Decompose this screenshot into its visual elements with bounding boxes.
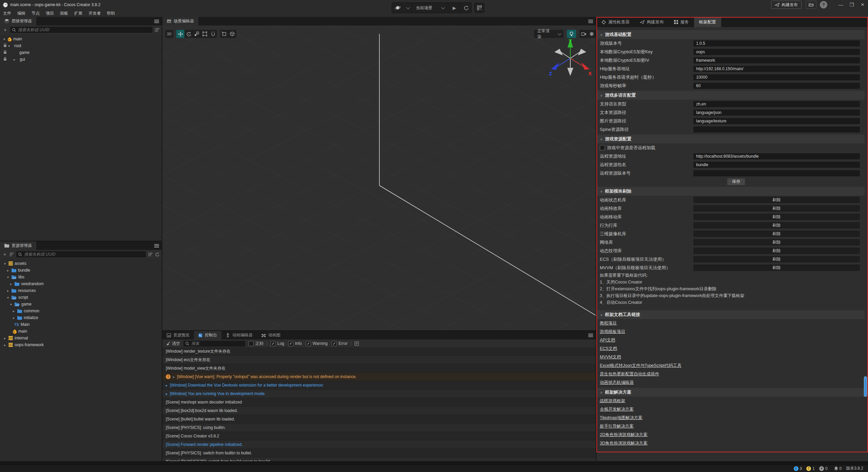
filter-warning-checkbox[interactable]: ✓Warning: [306, 341, 328, 346]
platform-button[interactable]: [392, 3, 403, 13]
refresh-icon[interactable]: [155, 252, 159, 257]
chevron-right-icon[interactable]: ▸: [4, 343, 8, 347]
log-row[interactable]: [Scene] [bullet]:bullet wasm lib loaded.: [162, 415, 596, 424]
log-row[interactable]: [Scene] [PHYSICS]: switch from builtin t…: [162, 449, 596, 457]
chevron-down-icon[interactable]: ▾: [4, 262, 8, 266]
chevron-right-icon[interactable]: ▸: [4, 336, 8, 340]
minimize-button[interactable]: —: [835, 0, 846, 9]
assets-search-input[interactable]: 搜索名称或 UUID: [16, 251, 146, 257]
section-header[interactable]: ∨游戏多语言配置: [597, 91, 865, 100]
scrollbar-thumb[interactable]: [864, 376, 867, 397]
chevron-right-icon[interactable]: ▸: [7, 269, 12, 272]
expand-arrow-icon[interactable]: ▸: [166, 392, 167, 396]
assets-tab[interactable]: 资源管理器: [0, 241, 36, 250]
coordinate-button[interactable]: [228, 30, 236, 38]
filter-icon[interactable]: [148, 253, 153, 256]
scene-menu-button[interactable]: [588, 17, 593, 25]
chevron-right-icon[interactable]: ▸: [13, 309, 17, 313]
sort-icon[interactable]: [9, 253, 14, 256]
status-warning-count[interactable]: ! 1: [806, 466, 815, 471]
field-input[interactable]: language/texture: [693, 118, 860, 124]
tree-node[interactable]: main: [0, 328, 162, 335]
save-button[interactable]: 保存: [727, 178, 745, 185]
expand-arrow-icon[interactable]: ▸: [166, 383, 167, 387]
solution-link[interactable]: 3D角色扮演游戏解决方案: [600, 440, 648, 446]
tree-node[interactable]: ▸internal: [0, 335, 162, 341]
inspector-tab-2[interactable]: 服务: [669, 17, 694, 27]
menu-item-3[interactable]: 项目: [43, 9, 57, 17]
log-file-icon[interactable]: [355, 341, 359, 346]
module-remove-button[interactable]: 剔除: [693, 231, 860, 237]
console-search-input[interactable]: 搜索: [183, 341, 245, 347]
add-node-icon[interactable]: +: [2, 27, 8, 33]
solution-link[interactable]: 全栈开发解决方案: [600, 407, 634, 412]
tree-node[interactable]: ▸oops-framework: [0, 341, 162, 348]
module-remove-button[interactable]: 剔除: [693, 239, 860, 245]
doc-link[interactable]: 游戏模板项目: [600, 329, 625, 335]
platform-dropdown[interactable]: [403, 3, 412, 13]
section-header[interactable]: ∨框架解决方案: [597, 388, 865, 397]
status-info-count[interactable]: i 3: [794, 466, 802, 471]
module-remove-button[interactable]: 剔除: [693, 222, 860, 229]
hierarchy-tab[interactable]: 层级管理器: [0, 17, 36, 25]
play-button[interactable]: ▶: [448, 3, 460, 13]
module-remove-button[interactable]: 剔除: [693, 264, 860, 271]
hierarchy-search-input[interactable]: 搜索名称或 UUID: [10, 27, 153, 33]
field-input[interactable]: bundle: [693, 162, 860, 168]
log-row[interactable]: !▸[Window] [Vue warn]: Property "onInput…: [162, 373, 596, 381]
chevron-right-icon[interactable]: ▸: [7, 289, 12, 293]
render-mode-dropdown[interactable]: 正常渲染: [534, 30, 564, 38]
pivot-button[interactable]: [220, 30, 228, 38]
open-project-folder-button[interactable]: [806, 1, 816, 9]
chevron-down-icon[interactable]: ▾: [10, 302, 15, 306]
field-input[interactable]: http://192.168.0.150/main/: [693, 66, 860, 72]
log-row[interactable]: ▸[Window] You are running Vue in develop…: [162, 390, 596, 398]
field-input[interactable]: framework: [693, 57, 860, 63]
field-input[interactable]: oops: [693, 49, 860, 55]
tree-node[interactable]: ▸resources: [0, 287, 162, 294]
tree-node[interactable]: ▸bundle: [0, 267, 162, 274]
doc-link[interactable]: MVVM文档: [600, 354, 621, 360]
log-row[interactable]: [Window] ecs文件夹存在: [162, 356, 596, 364]
rotate-tool-button[interactable]: [184, 30, 193, 38]
rect-tool-button[interactable]: [201, 30, 209, 38]
module-remove-button[interactable]: 剔除: [693, 248, 860, 254]
expand-arrow-icon[interactable]: ▸: [173, 375, 175, 379]
log-row[interactable]: [Window] render_texture文件夹存在: [162, 347, 596, 356]
regex-checkbox[interactable]: 正则: [249, 341, 263, 347]
field-input[interactable]: http://localhost:8083/assets/bundle: [693, 153, 860, 159]
tree-node[interactable]: TSMain: [0, 321, 162, 328]
field-input[interactable]: 1.0.5: [693, 40, 860, 46]
tree-node[interactable]: ▾main: [0, 36, 162, 42]
field-input[interactable]: zh,en: [693, 101, 860, 107]
chevron-down-icon[interactable]: ▾: [8, 44, 13, 48]
status-error-count[interactable]: × 0: [819, 466, 828, 471]
menu-item-6[interactable]: 开发者: [85, 9, 104, 17]
log-row[interactable]: [Scene] [PHYSICS]: using builtin.: [162, 424, 596, 432]
tree-node[interactable]: ▸gui: [0, 56, 162, 63]
help-button[interactable]: ?: [820, 1, 827, 8]
field-input[interactable]: 60: [693, 83, 860, 89]
scene-camera-button[interactable]: [579, 30, 588, 38]
scene-tab[interactable]: 场景编辑器: [162, 17, 198, 25]
status-notifications[interactable]: 0: [834, 466, 842, 471]
menu-item-1[interactable]: 编辑: [14, 9, 28, 17]
section-header[interactable]: ∨游戏基础配置: [597, 30, 865, 39]
menu-item-2[interactable]: 节点: [28, 9, 43, 17]
tree-node[interactable]: ▸initialize: [0, 314, 162, 321]
chevron-down-icon[interactable]: ▾: [3, 37, 8, 41]
field-input[interactable]: [693, 170, 860, 176]
doc-link[interactable]: 动画状态机编辑器: [600, 380, 634, 386]
doc-link[interactable]: 教程项目: [600, 320, 617, 326]
log-row[interactable]: [Scene] Cocos Creator v3.8.2: [162, 432, 596, 440]
log-row[interactable]: [Scene] [box2d]:box2d wasm lib loaded.: [162, 407, 596, 415]
module-remove-button[interactable]: 剔除: [693, 205, 860, 212]
clear-console-button[interactable]: 清空: [166, 341, 180, 347]
menu-item-5[interactable]: 扩展: [71, 9, 85, 17]
section-header[interactable]: ∨游戏资源配置: [597, 135, 865, 143]
menu-item-0[interactable]: 文件: [0, 9, 14, 17]
move-tool-button[interactable]: [176, 30, 184, 38]
tree-node[interactable]: ▸seedrandom: [0, 280, 162, 287]
tree-node[interactable]: game: [0, 49, 162, 56]
restore-button[interactable]: ❒: [846, 0, 857, 9]
